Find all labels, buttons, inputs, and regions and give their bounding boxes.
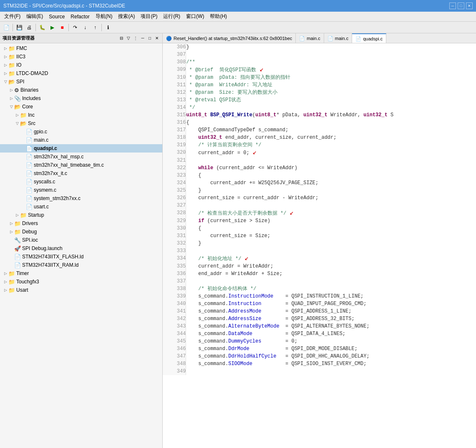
tree-item-spi-ioc[interactable]: ▷ 🔧 SPI.ioc [0, 236, 162, 244]
stop-button[interactable]: ■ [58, 23, 67, 32]
expand-arrow: ▷ [14, 113, 20, 117]
expand-arrow: ▷ [8, 96, 14, 100]
tree-label: system_stm32h7xx.c [34, 195, 81, 201]
tree-item-hal-timebase[interactable]: ▷ 📄 stm32h7xx_hal_timebase_tim.c [0, 161, 162, 169]
tree-item-main-c[interactable]: ▷ 📄 main.c [0, 136, 162, 144]
line-number: 322 [163, 164, 186, 172]
sidebar-menu-button[interactable]: ⋮ [133, 35, 139, 41]
tree-item-usart[interactable]: ▷ 📁 Usart [0, 286, 162, 294]
run-button[interactable]: ▶ [48, 23, 57, 32]
tree-label: Startup [28, 212, 44, 218]
tab-icon: 🔵 [166, 36, 172, 41]
tree-item-startup[interactable]: ▷ 📁 Startup [0, 211, 162, 219]
menu-search[interactable]: 搜索(A) [116, 12, 137, 21]
print-button[interactable]: 🖨 [25, 23, 34, 32]
tree-label: quadspi.c [34, 145, 57, 151]
tab-label: main.c [335, 36, 348, 41]
menu-project[interactable]: 项目(P) [138, 12, 160, 21]
tree-item-system-c[interactable]: ▷ 📄 system_stm32h7xx.c [0, 194, 162, 203]
menu-navigate[interactable]: 导航(N) [93, 12, 115, 21]
menu-source[interactable]: Source [46, 13, 67, 20]
expand-arrow: ▷ [3, 271, 8, 275]
tree-item-includes[interactable]: ▷ 📎 Includes [0, 94, 162, 103]
table-row: 342 s_command.AddressSize = QSPI_ADDRESS… [163, 315, 476, 323]
step-return-button[interactable]: ↑ [91, 23, 100, 32]
folder-icon: 📁 [8, 279, 15, 285]
menu-file[interactable]: 文件(F) [2, 12, 23, 21]
tree-item-drivers[interactable]: ▷ 📁 Drivers [0, 219, 162, 228]
step-into-button[interactable]: ↓ [81, 23, 90, 32]
close-button[interactable]: ✕ [466, 3, 473, 9]
sidebar-close-button[interactable]: ✕ [154, 35, 160, 41]
code-editor[interactable]: 306}307308/**309 * @brief 简化QSPI写函数↙310 … [163, 43, 476, 448]
table-row: 320 current_addr = 0;↙ [163, 149, 476, 157]
tree-item-timer[interactable]: ▷ 📁 Timer [0, 269, 162, 278]
step-over-button[interactable]: ↷ [71, 23, 80, 32]
code-line [186, 278, 476, 285]
tree-item-io[interactable]: ▷ 📁 IO [0, 61, 162, 69]
save-button[interactable]: 💾 [15, 23, 24, 32]
code-line: s_command.Instruction = QUAD_INPUT_PAGE_… [186, 300, 476, 308]
tab-main-h[interactable]: 📄 main.c [296, 33, 324, 43]
code-line [186, 51, 476, 58]
line-number: 318 [163, 134, 186, 141]
project-tree[interactable]: ▷ 📁 FMC ▷ 📁 IIC3 ▷ 📁 IO ▷ � [0, 43, 162, 448]
expand-arrow: ▽ [3, 80, 8, 84]
expand-arrow: ▷ [3, 63, 8, 67]
tree-item-inc[interactable]: ▷ 📁 Inc [0, 111, 162, 119]
tree-item-gpio-c[interactable]: ▷ 📄 gpio.c [0, 128, 162, 136]
tree-item-quadspi-c[interactable]: ▷ 📄 quadspi.c [0, 144, 162, 153]
tree-item-syscalls[interactable]: ▷ 📄 syscalls.c [0, 178, 162, 186]
tab-quadspi[interactable]: 📄 quadspi.c [352, 33, 386, 43]
tree-item-ram-ld[interactable]: ▷ 📄 STM32H743IITX_RAM.ld [0, 261, 162, 269]
sidebar-header: 项目资源管理器 ⊟ ▽ ⋮ ─ □ ✕ [0, 33, 162, 43]
tree-item-it-c[interactable]: ▷ 📄 stm32h7xx_it.c [0, 169, 162, 178]
code-line: s_command.InstructionMode = QSPI_INSTRUC… [186, 293, 476, 300]
line-number: 349 [163, 368, 186, 375]
tree-item-spi[interactable]: ▽ 📂 SPI [0, 78, 162, 86]
tab-main-c[interactable]: 📄 main.c [324, 33, 352, 43]
tree-item-core[interactable]: ▽ 📂 Core [0, 103, 162, 111]
red-arrow-icon: ↙ [253, 149, 257, 156]
debug-button[interactable]: 🐛 [38, 23, 47, 32]
tree-item-spi-debug-launch[interactable]: ▷ 🚀 SPI Debug.launch [0, 244, 162, 253]
tree-label: Debug [22, 229, 37, 235]
new-button[interactable]: 📄 [2, 23, 11, 32]
maximize-button[interactable]: □ [458, 3, 464, 9]
red-arrow-icon: ↙ [290, 209, 294, 217]
code-line: { [186, 225, 476, 232]
tree-item-usart-c[interactable]: ▷ 📄 usart.c [0, 203, 162, 211]
code-line: /* 计算当前页剩余空间 */ [186, 141, 476, 149]
tree-item-sysmem[interactable]: ▷ 📄 sysmem.c [0, 186, 162, 194]
menu-window[interactable]: 窗口(W) [184, 12, 207, 21]
tree-item-fmc[interactable]: ▷ 📁 FMC [0, 44, 162, 53]
sidebar-filter-button[interactable]: ▽ [126, 35, 131, 41]
tree-item-iic3[interactable]: ▷ 📁 IIC3 [0, 53, 162, 61]
tree-item-debug[interactable]: ▷ 📁 Debug [0, 228, 162, 236]
menu-edit[interactable]: 编辑(E) [24, 12, 45, 21]
tree-item-touchgfx3[interactable]: ▷ 📁 Touchgfx3 [0, 278, 162, 286]
menu-help[interactable]: 帮助(H) [207, 12, 229, 21]
tree-item-flash-ld[interactable]: ▷ 📄 STM32H743IITX_FLASH.ld [0, 253, 162, 261]
minimize-button[interactable]: ─ [449, 3, 456, 9]
tree-item-hal-msp[interactable]: ▷ 📄 stm32h7xx_hal_msp.c [0, 153, 162, 161]
expand-arrow: ▽ [8, 105, 14, 109]
menu-run[interactable]: 运行(R) [161, 12, 183, 21]
tree-item-src[interactable]: ▽ 📂 Src [0, 119, 162, 128]
sidebar-collapse-button[interactable]: ⊟ [118, 35, 124, 41]
tab-startup[interactable]: 🔵 Reset_Handler() at startup_stm32h743ii… [163, 33, 296, 43]
tab-label: Reset_Handler() at startup_stm32h743iitx… [174, 36, 292, 41]
tree-label: Core [22, 104, 33, 110]
tree-item-ltdc[interactable]: ▷ 📁 LTDC-DMA2D [0, 69, 162, 78]
line-number: 344 [163, 330, 186, 338]
menu-refactor[interactable]: Refactor [68, 13, 92, 20]
sidebar-maximize-button[interactable]: □ [147, 35, 153, 41]
tree-item-binaries[interactable]: ▷ ⚙ Binaries [0, 86, 162, 94]
line-number: 341 [163, 308, 186, 315]
table-row: 306} [163, 43, 476, 51]
table-row: 307 [163, 51, 476, 58]
title-bar: STM32IDE - SPI/Core/Src/quadspi.c - STM3… [0, 0, 476, 12]
expand-arrow: ▷ [3, 71, 8, 75]
sidebar-minimize-button[interactable]: ─ [140, 35, 146, 41]
info-button[interactable]: ℹ [103, 23, 113, 32]
